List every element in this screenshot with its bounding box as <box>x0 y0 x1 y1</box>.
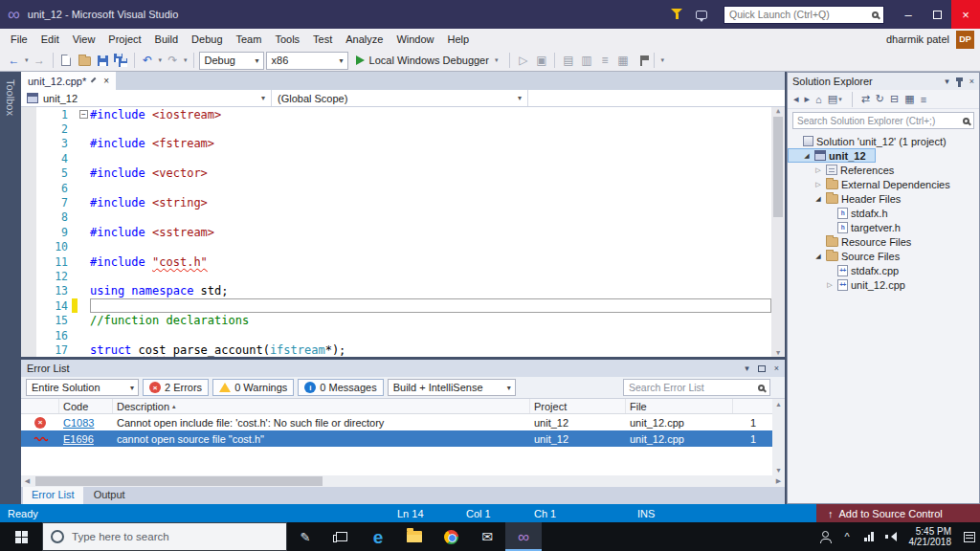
bookmark-icon[interactable] <box>633 53 649 69</box>
scroll-up-icon[interactable]: ▲ <box>775 401 782 408</box>
solution-explorer-search-input[interactable]: Search Solution Explorer (Ctrl+;) <box>792 112 974 129</box>
breakpoint-margin[interactable] <box>21 107 36 121</box>
menu-item-test[interactable]: Test <box>306 31 339 48</box>
horizontal-scrollbar[interactable]: ◀ ▶ <box>21 475 785 487</box>
breakpoint-margin[interactable] <box>21 210 36 225</box>
notifications-button[interactable] <box>664 3 689 26</box>
error-code-link[interactable]: E1696 <box>59 433 113 445</box>
chevron-down-icon[interactable]: ▾ <box>183 56 189 64</box>
error-list-title-bar[interactable]: Error List ▾ × <box>21 360 785 377</box>
warnings-filter-button[interactable]: 0 Warnings <box>212 379 294 396</box>
menu-item-help[interactable]: Help <box>441 31 477 48</box>
show-all-files-icon[interactable]: ▦ <box>904 93 914 105</box>
tree-item-targetver-h[interactable]: htargetver.h <box>788 220 979 234</box>
people-button[interactable] <box>814 522 836 551</box>
tree-item-header-files[interactable]: ◢Header Files <box>788 191 979 206</box>
messages-filter-button[interactable]: i 0 Messages <box>298 379 383 396</box>
error-row-1[interactable]: ×C1083Cannot open include file: 'cost.h'… <box>21 414 785 430</box>
window-position-icon[interactable]: ▾ <box>945 77 949 86</box>
solution-explorer-title-bar[interactable]: Solution Explorer ▾ × <box>788 73 979 90</box>
navigate-symbols-icon[interactable]: ▥ <box>578 53 594 69</box>
chevron-down-icon[interactable]: ▾ <box>158 56 164 64</box>
quick-launch-input[interactable]: Quick Launch (Ctrl+Q) <box>724 6 884 24</box>
minimize-button[interactable]: – <box>894 0 923 29</box>
menu-item-edit[interactable]: Edit <box>34 31 66 48</box>
toolbar-overflow-icon[interactable]: ▾ <box>659 56 665 64</box>
menu-item-debug[interactable]: Debug <box>185 31 229 48</box>
expander-icon[interactable]: ▷ <box>813 181 823 188</box>
document-tab[interactable]: unit_12.cpp* × <box>21 72 116 90</box>
expander-icon[interactable]: ◢ <box>813 253 823 260</box>
code-line-15[interactable]: 15//function declarations <box>21 313 771 327</box>
breakpoint-margin[interactable] <box>21 298 36 313</box>
errors-filter-button[interactable]: × 2 Errors <box>143 379 209 396</box>
menu-item-project[interactable]: Project <box>101 31 147 48</box>
window-position-icon[interactable]: ▾ <box>745 364 749 373</box>
ink-workspace-button[interactable]: ✎ <box>287 522 323 551</box>
user-name[interactable]: dharmik patel <box>886 33 949 45</box>
start-button[interactable] <box>0 522 42 551</box>
panel-tab-error-list[interactable]: Error List <box>23 487 83 504</box>
network-button[interactable] <box>858 522 880 551</box>
action-center-button[interactable] <box>958 522 980 551</box>
tree-item-stdafx-cpp[interactable]: ++stdafx.cpp <box>788 263 979 277</box>
switch-views-icon[interactable]: ▤▾ <box>828 93 843 105</box>
breakpoint-margin[interactable] <box>21 269 36 283</box>
menu-item-team[interactable]: Team <box>230 31 269 48</box>
breakpoint-margin[interactable] <box>21 313 36 327</box>
expander-icon[interactable]: ▷ <box>825 281 835 289</box>
auto-hide-pin-icon[interactable] <box>958 78 961 87</box>
add-to-source-control-button[interactable]: ↑ Add to Source Control <box>816 504 980 522</box>
code-line-11[interactable]: 11#include "cost.h" <box>21 254 771 269</box>
tree-item-source-files[interactable]: ◢Source Files <box>788 249 979 263</box>
error-row-2[interactable]: E1696cannot open source file "cost.h"uni… <box>21 430 785 447</box>
code-line-16[interactable]: 16 <box>21 328 771 342</box>
close-tab-icon[interactable]: × <box>103 76 109 86</box>
back-icon[interactable]: ◂ <box>793 93 799 105</box>
user-avatar[interactable]: DP <box>956 31 974 49</box>
maximize-panel-icon[interactable] <box>758 365 766 372</box>
pin-icon[interactable] <box>91 77 99 84</box>
column-code[interactable]: Code <box>59 399 113 413</box>
menu-item-analyze[interactable]: Analyze <box>339 31 390 48</box>
taskbar-clock[interactable]: 5:45 PM 4/21/2018 <box>902 526 959 548</box>
visual-studio-taskbar-button[interactable]: ∞ <box>505 522 542 551</box>
column-project[interactable]: Project <box>530 399 626 413</box>
breakpoint-margin[interactable] <box>21 240 36 254</box>
code-line-13[interactable]: 13using namespace std; <box>21 284 771 298</box>
column-description[interactable]: Description ▴ <box>113 399 530 413</box>
code-line-17[interactable]: 17struct cost parse_account(ifstream*); <box>21 342 771 357</box>
taskbar-search-input[interactable]: Type here to search <box>42 522 287 551</box>
scroll-down-icon[interactable]: ▼ <box>776 349 780 357</box>
close-panel-icon[interactable]: × <box>969 77 974 86</box>
scrollbar-thumb[interactable] <box>35 476 323 486</box>
code-editor[interactable]: 1−#include <iostream>23#include <fstream… <box>21 107 785 357</box>
tree-item-unit-12-cpp[interactable]: ▷++unit_12.cpp <box>788 277 979 292</box>
volume-button[interactable] <box>880 522 902 551</box>
code-line-5[interactable]: 5#include <vector> <box>21 166 771 181</box>
break-all-icon[interactable]: ▣ <box>533 53 549 69</box>
tree-item-stdafx-h[interactable]: hstdafx.h <box>788 206 979 220</box>
tree-item-references[interactable]: ▷References <box>788 163 979 177</box>
save-all-icon[interactable] <box>113 53 129 69</box>
menu-item-tools[interactable]: Tools <box>268 31 306 48</box>
editor-vertical-scrollbar[interactable]: ▲ ▼ <box>771 107 785 357</box>
scope-filter-dropdown[interactable]: Entire Solution▾ <box>26 379 139 396</box>
code-line-1[interactable]: 1−#include <iostream> <box>21 107 771 121</box>
find-in-files-icon[interactable]: ▤ <box>560 53 576 69</box>
tree-item-external-dependencies[interactable]: ▷External Dependencies <box>788 177 979 191</box>
scroll-left-icon[interactable]: ◀ <box>21 477 33 485</box>
mail-button[interactable]: ✉ <box>469 522 505 551</box>
line-operations-icon[interactable]: ≡ <box>596 53 612 69</box>
members-dropdown[interactable] <box>528 90 785 106</box>
navigate-forward-icon[interactable]: → <box>32 53 48 69</box>
expander-icon[interactable]: ◢ <box>802 152 812 160</box>
menu-item-file[interactable]: File <box>4 31 34 48</box>
hidden-icons-chevron[interactable]: ^ <box>836 522 858 551</box>
error-list-vertical-scrollbar[interactable]: ▲ ▼ <box>772 399 785 475</box>
panel-tab-output[interactable]: Output <box>85 487 134 504</box>
properties-icon[interactable]: ≡ <box>921 94 926 105</box>
new-file-icon[interactable] <box>58 53 75 69</box>
comment-icon[interactable]: ▦ <box>614 53 631 69</box>
menu-item-window[interactable]: Window <box>390 31 440 48</box>
